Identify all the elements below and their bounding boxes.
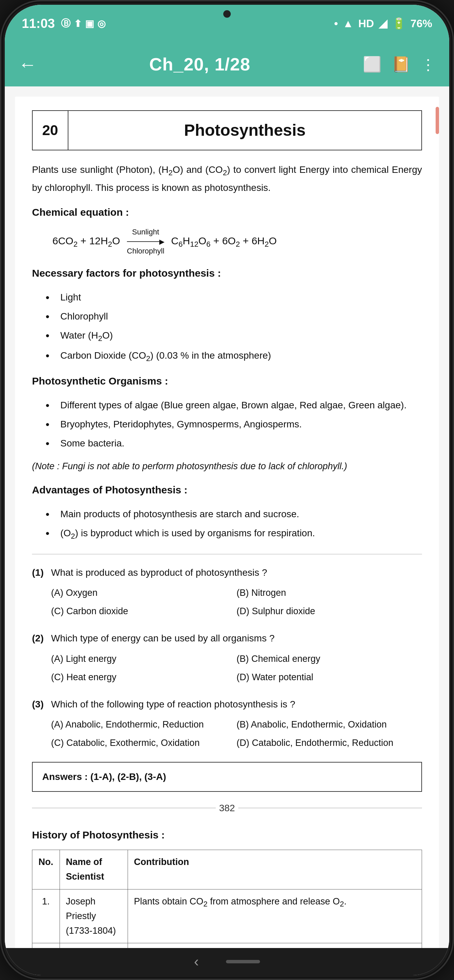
history-heading: History of Photosynthesis :: [32, 826, 422, 843]
list-item: Light: [46, 288, 422, 307]
mcq-question-3: (3) Which of the following type of react…: [32, 696, 422, 713]
advantages-heading: Advantages of Photosynthesis :: [32, 481, 422, 498]
page-number: 382: [32, 800, 422, 816]
necessary-factors-list: Light Chlorophyll Water (H2O) Carbon Dio…: [46, 288, 422, 366]
col-name: Name of Scientist: [60, 850, 127, 889]
fullscreen-icon[interactable]: ⬜: [363, 56, 382, 73]
arrow-label: Sunlight ▶ Chlorophyll: [127, 228, 164, 255]
status-time: 11:03: [22, 16, 55, 31]
list-item: Different types of algae (Blue green alg…: [46, 396, 422, 415]
mcq-num-1: (1): [32, 565, 46, 581]
page-content: 20 Photosynthesis Plants use sunlight (P…: [15, 97, 439, 948]
mcq-opt: (A) Oxygen: [51, 585, 237, 601]
table-header-row: No. Name of Scientist Contribution: [32, 850, 422, 889]
chapter-header: 20 Photosynthesis: [32, 110, 422, 150]
intro-text: Plants use sunlight (Photon), (H2O) and …: [32, 161, 422, 196]
mcq-opt: (B) Anabolic, Endothermic, Oxidation: [237, 716, 422, 733]
table-row: 1. Joseph Priestly(1733-1804) Plants obt…: [32, 889, 422, 943]
col-contribution: Contribution: [127, 850, 422, 889]
battery-icon: 🔋: [392, 17, 406, 30]
eq-right: C6H12O6 + 6O2 + 6H2O: [171, 232, 277, 250]
bottom-nav: ‹: [5, 948, 449, 975]
list-item: Main products of photosynthesis are star…: [46, 504, 422, 524]
mcq-opt: (C) Catabolic, Exothermic, Oxidation: [51, 735, 237, 752]
divider: [32, 554, 422, 554]
history-table: No. Name of Scientist Contribution 1. Jo…: [32, 850, 422, 948]
dot-icon: •: [334, 18, 338, 30]
mcq-opt: (D) Catabolic, Endothermic, Reduction: [237, 735, 422, 752]
mcq-num-2: (2): [32, 630, 46, 646]
arrow-top: Sunlight: [132, 228, 159, 236]
status-icons: Ⓑ ⬆ ▣ ◎: [61, 17, 105, 30]
mcq-opt: (A) Light energy: [51, 651, 237, 668]
mcq-num-3: (3): [32, 696, 46, 713]
nav-bar: ← Ch_20, 1/28 ⬜ 📔 ⋮: [5, 42, 449, 86]
mcq-opt: (C) Carbon dioxide: [51, 603, 237, 620]
content-area[interactable]: 20 Photosynthesis Plants use sunlight (P…: [5, 86, 449, 948]
mcq-question-2: (2) Which type of energy can be used by …: [32, 630, 422, 646]
list-item: Chlorophyll: [46, 307, 422, 326]
list-item: Water (H2O): [46, 326, 422, 346]
mcq-text-3: Which of the following type of reaction …: [51, 696, 295, 713]
phone-icon: ▣: [85, 18, 94, 29]
arrow-bottom: Chlorophyll: [127, 247, 164, 255]
eq-left: 6CO2 + 12H2O: [53, 232, 120, 250]
photosynthetic-organisms-heading: Photosynthetic Organisms :: [32, 372, 422, 390]
row2-no: 2.: [32, 943, 60, 948]
phone-shell: 11:03 Ⓑ ⬆ ▣ ◎ • ▲ HD ◢ 🔋 76% ← Ch_20, 1/…: [0, 0, 454, 980]
necessary-factors-heading: Necessary factors for photosynthesis :: [32, 264, 422, 282]
row2-contribution: In bright sunlight, small bubbles were f…: [127, 943, 422, 948]
advantages-list: Main products of photosynthesis are star…: [46, 504, 422, 544]
mcq-opt: (A) Anabolic, Endothermic, Reduction: [51, 716, 237, 733]
camera-notch: [223, 10, 231, 18]
scroll-indicator: [436, 107, 439, 134]
hd-label: HD: [358, 18, 374, 30]
answers-box: Answers : (1-A), (2-B), (3-A): [32, 762, 422, 792]
chapter-title: Photosynthesis: [68, 111, 421, 150]
status-right: • ▲ HD ◢ 🔋 76%: [334, 17, 432, 30]
list-item: Bryophytes, Pteridophytes, Gymnosperms, …: [46, 415, 422, 434]
mcq-item-1: (1) What is produced as byproduct of pho…: [32, 565, 422, 620]
mcq-opt: (D) Water potential: [237, 669, 422, 686]
back-nav-button[interactable]: ‹: [194, 953, 199, 970]
list-item: Carbon Dioxide (CO2) (0.03 % in the atmo…: [46, 346, 422, 366]
chapter-number: 20: [33, 111, 68, 150]
list-item: Some bacteria.: [46, 434, 422, 453]
mcq-options-3: (A) Anabolic, Endothermic, Reduction (B)…: [51, 716, 422, 752]
mcq-question-1: (1) What is produced as byproduct of pho…: [32, 565, 422, 581]
mcq-opt: (C) Heat energy: [51, 669, 237, 686]
col-no: No.: [32, 850, 60, 889]
bookmark-icon[interactable]: 📔: [392, 56, 411, 73]
upload-icon: ⬆: [74, 18, 82, 29]
row2-name: Ingenhouse(1730-1799): [60, 943, 127, 948]
mcq-text-2: Which type of energy can be used by all …: [51, 630, 275, 646]
more-icon[interactable]: ⋮: [421, 56, 436, 73]
table-row: 2. Ingenhouse(1730-1799) In bright sunli…: [32, 943, 422, 948]
phone-inner: 11:03 Ⓑ ⬆ ▣ ◎ • ▲ HD ◢ 🔋 76% ← Ch_20, 1/…: [5, 5, 449, 975]
equation-block: 6CO2 + 12H2O Sunlight ▶ Chlorophyll C6H1…: [53, 228, 422, 255]
signal-icon: ▲: [343, 18, 354, 30]
row1-no: 1.: [32, 889, 60, 943]
row1-contribution: Plants obtain CO2 from atmosphere and re…: [127, 889, 422, 943]
answers-text: Answers : (1-A), (2-B), (3-A): [42, 772, 166, 782]
list-item: (O2) is byproduct which is used by organ…: [46, 524, 422, 544]
row1-name: Joseph Priestly(1733-1804): [60, 889, 127, 943]
battery-percent: 76%: [411, 18, 432, 30]
network-icon: ◢: [379, 17, 387, 30]
status-left: 11:03 Ⓑ ⬆ ▣ ◎: [22, 16, 105, 31]
mcq-text-1: What is produced as byproduct of photosy…: [51, 565, 267, 581]
b-icon: Ⓑ: [61, 17, 70, 30]
photosynthetic-organisms-list: Different types of algae (Blue green alg…: [46, 396, 422, 453]
note-text: (Note : Fungi is not able to perform pho…: [32, 459, 422, 474]
mcq-opt: (B) Nitrogen: [237, 585, 422, 601]
page-num-text: 382: [219, 800, 235, 816]
mcq-options-2: (A) Light energy (B) Chemical energy (C)…: [51, 651, 422, 686]
back-button[interactable]: ←: [18, 54, 37, 75]
chemical-equation-heading: Chemical equation :: [32, 204, 422, 221]
wifi-icon: ◎: [97, 18, 105, 29]
mcq-opt: (B) Chemical energy: [237, 651, 422, 668]
nav-title: Ch_20, 1/28: [149, 54, 250, 75]
mcq-opt: (D) Sulphur dioxide: [237, 603, 422, 620]
nav-actions: ⬜ 📔 ⋮: [363, 56, 436, 73]
home-button[interactable]: [226, 960, 260, 963]
